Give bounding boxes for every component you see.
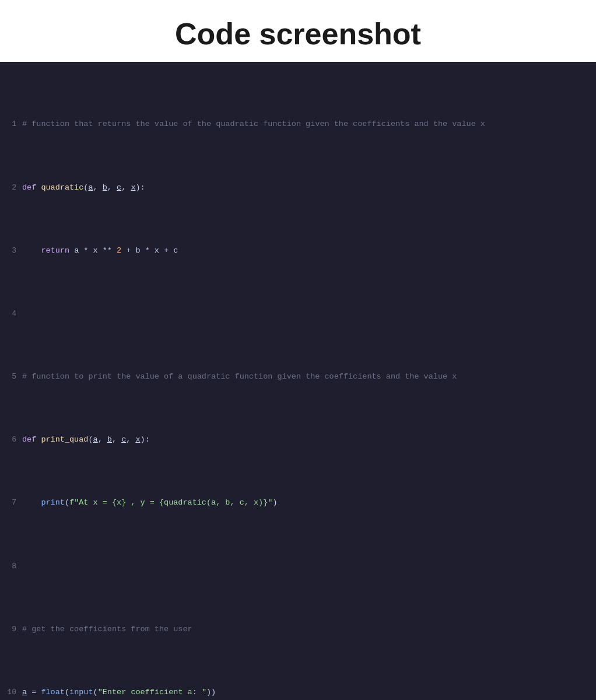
code-line-8: 8: [0, 560, 596, 573]
code-line-10: 10 a = float(input("Enter coefficient a:…: [0, 686, 596, 699]
code-line-5: 5 # function to print the value of a qua…: [0, 370, 596, 383]
code-line-2: 2 def quadratic(a, b, c, x):: [0, 181, 596, 194]
code-editor: 1 # function that returns the value of t…: [0, 62, 596, 700]
code-line-6: 6 def print_quad(a, b, c, x):: [0, 433, 596, 446]
code-line-9: 9 # get the coefficients from the user: [0, 623, 596, 636]
code-line-3: 3 return a * x ** 2 + b * x + c: [0, 244, 596, 257]
code-line-4: 4: [0, 307, 596, 320]
code-line-1: 1 # function that returns the value of t…: [0, 118, 596, 131]
code-line-7: 7 print(f"At x = {x} , y = {quadratic(a,…: [0, 496, 596, 509]
page-title: Code screenshot: [0, 0, 596, 62]
code-block: 1 # function that returns the value of t…: [0, 62, 596, 700]
